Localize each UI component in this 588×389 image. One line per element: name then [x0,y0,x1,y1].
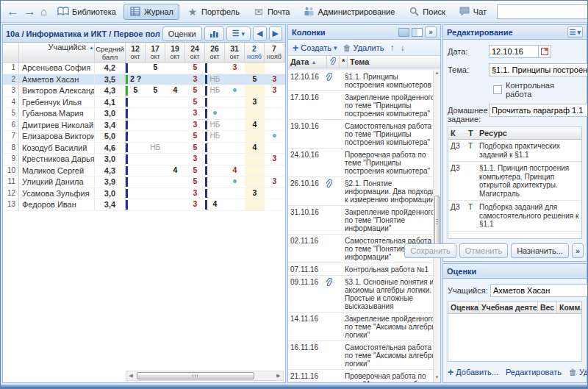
grade-cell[interactable] [245,108,265,119]
grade-cell[interactable] [126,108,146,119]
grade-cell[interactable]: 5 [185,131,205,142]
save-button[interactable]: Сохранить [404,243,456,258]
grade-cell[interactable]: 3 [245,97,265,108]
grade-cell[interactable]: 3 [265,74,284,85]
columns-scrollbar[interactable]: ▲ ▼ [433,71,440,382]
delete-mark-button[interactable]: 🗑Удалить [569,368,588,376]
column-list-item[interactable]: 17.10.16Закрепление пройденного по теме … [288,91,440,120]
horizontal-scrollbar[interactable]: ◀ ▶ [126,371,284,381]
add-mark-button[interactable]: +Добавить... [448,368,498,376]
grade-cell[interactable] [146,131,165,142]
grade-cell[interactable]: НБ [146,143,165,154]
grade-cell[interactable]: 3 [185,120,205,131]
student-row[interactable]: 8Козодуб Василий4,6НБ54 [3,143,285,154]
grade-cell[interactable]: 5 [185,97,205,108]
homework-field[interactable] [489,104,588,117]
grade-cell[interactable] [146,74,165,85]
student-row[interactable]: 6Дмитриев Николай3,43НБ4 [3,120,285,132]
student-row[interactable]: 1Арсеньева София4,2553 [3,63,285,74]
forward-icon[interactable]: → [24,4,36,19]
column-list-item[interactable]: 09.11.16§3.1. Основные понятия и аксиомы… [288,276,440,313]
scrollbar-thumb[interactable] [434,196,440,249]
grade-cell[interactable]: 5 [245,74,265,85]
column-list-item[interactable]: 12.10.16§1.1. Принципы построения компью… [288,71,440,91]
view-menu-button[interactable]: ☰▾ [226,26,251,41]
grade-cell[interactable]: НБ [205,120,225,131]
grade-cell[interactable]: 4 [245,143,265,154]
grade-cell[interactable] [165,120,185,131]
column-list-item[interactable]: 14.11.16Закрепление пройденного по теме … [288,313,440,341]
grade-cell[interactable] [265,97,284,108]
average-column-header[interactable]: Средний балл [95,43,126,62]
grade-cell[interactable]: 3 [245,188,265,199]
grade-cell[interactable]: 5 [185,165,205,176]
grade-cell[interactable]: 3 [185,199,205,210]
grade-cell[interactable] [225,131,245,142]
grade-cell[interactable]: 5 [185,85,205,96]
grade-cell[interactable] [245,199,265,210]
grade-cell[interactable] [126,154,146,165]
activity-column-header[interactable]: Учебная деятел... [479,301,538,313]
control-work-checkbox[interactable] [493,85,502,94]
grade-cell[interactable] [205,165,225,176]
grade-cell[interactable] [165,188,185,199]
date-column-header[interactable]: 7нояб [265,43,284,62]
grades-button[interactable]: Оценки [162,26,202,41]
grade-cell[interactable] [245,176,265,188]
date-column-header[interactable]: 19окт [165,43,185,62]
weight-column-header[interactable]: Вес [538,301,557,313]
grade-cell[interactable] [265,108,284,119]
prev-period-button[interactable]: ◀ [253,26,266,41]
grade-cell[interactable] [126,63,146,74]
column-list-item[interactable]: 16.11.16Самостоятельная работа по теме "… [288,341,440,370]
grade-cell[interactable] [225,108,245,119]
grade-cell[interactable] [225,199,245,210]
grade-cell[interactable] [165,199,185,210]
grade-cell[interactable] [265,165,284,176]
topic-column-header[interactable]: Тема [348,56,440,68]
date-field[interactable] [489,45,539,58]
grade-cell[interactable] [245,85,265,96]
grade-cell[interactable] [165,131,185,142]
grade-cell[interactable] [245,131,265,142]
grade-cell[interactable] [126,188,146,199]
grade-cell[interactable]: 3 [185,108,205,119]
delete-column-button[interactable]: 🗑Удалить [343,43,384,52]
grade-cell[interactable]: 3 [265,154,284,165]
move-up-button[interactable]: ↑ [390,43,395,53]
scroll-left-icon[interactable]: ◀ [126,373,135,379]
student-row[interactable]: 12Усамова Зульфия3,033 [3,188,285,200]
student-row[interactable]: 2Ахметов Хасан3,52 ?3НБ53 [3,74,285,86]
grade-cell[interactable] [205,97,225,108]
column-list-item[interactable]: 26.10.16§2.1. Понятие информации. Два по… [288,177,440,206]
next-period-button[interactable]: ▶ [269,26,282,41]
column-list-item[interactable]: 21.11.16Проверочная работа по теме "Акси… [288,370,440,382]
grade-cell[interactable]: НБ [205,74,225,85]
student-row[interactable]: 10Маликов Сергей4,3454 [3,165,285,177]
date-column-header[interactable]: 24окт [185,43,205,62]
grade-cell[interactable] [225,120,245,131]
grade-cell[interactable]: 5 [126,85,146,96]
grade-cell[interactable] [146,97,165,108]
star-column-header[interactable]: * [340,56,348,68]
nav-поиск[interactable]: Поиск [402,4,451,20]
grade-cell[interactable] [225,176,245,188]
grade-cell[interactable] [146,108,165,119]
grade-cell[interactable]: 3 [265,85,284,96]
nav-почта[interactable]: ✉Почта [247,4,296,20]
column-list-item[interactable]: 24.10.16Проверочная работа по теме "Прин… [288,149,440,177]
grade-cell[interactable] [245,154,265,165]
grade-cell[interactable] [165,63,185,74]
nav-администрирование[interactable]: Администрирование [297,4,401,20]
grade-cell[interactable] [165,154,185,165]
grade-cell[interactable]: 4 [245,120,265,131]
grade-cell[interactable] [225,188,245,199]
grade-cell[interactable] [165,143,185,154]
attachment-column-header[interactable] [327,56,340,68]
student-row[interactable]: 5Губанова Мария3,03 [3,108,285,120]
date-column-header[interactable]: Дата ▲ [288,56,327,68]
date-column-header[interactable]: 17окт [146,43,165,62]
grade-cell[interactable] [225,143,245,154]
grade-cell[interactable] [126,176,146,188]
topic-field[interactable] [489,63,588,76]
